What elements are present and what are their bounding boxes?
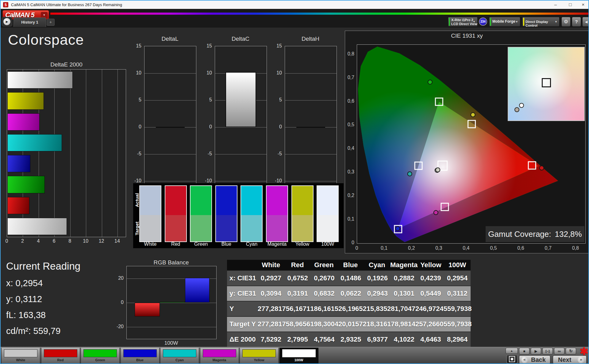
pattern-window-button[interactable] [506,355,518,364]
minimize-button[interactable]: – [549,1,563,9]
table-row: Target Y277,281758,9656198,300420,015721… [227,317,471,332]
table-cell: 56,1671 [286,305,310,313]
table-cell: 2,9325 [337,336,364,343]
header-bar: CalMAN 5 ▼ ▶ History 1 + X-Rite i1Pro 2 … [1,9,588,28]
table-cell: 4,6463 [418,336,444,343]
axis-tick-label: -5 [208,151,212,157]
axis-tick-label: 0,4 [463,245,469,251]
add-tab-button[interactable]: + [47,19,55,26]
maximize-button[interactable]: □ [563,1,577,9]
gridline [285,181,337,181]
gridline [144,181,196,181]
swatch-target [267,215,287,241]
cie-measured-yellow [471,112,475,117]
patch-label: Green [81,358,119,362]
swatch-target [165,215,186,241]
axis-tick-label: 15 [206,43,212,49]
patch-button-cyan[interactable]: Cyan [160,348,199,364]
patch-color [83,349,117,357]
tab-history-1[interactable]: History 1 [13,17,46,27]
gear-icon: ⚙ [564,19,568,24]
table-cell: 277,2817 [258,320,286,328]
run-workflow-button[interactable]: ▶ [2,17,12,26]
cie-measured-green [428,80,432,84]
axis-tick-label: 20 [118,275,124,281]
axis-tick-label: 10 [206,70,212,76]
row-label: Y [227,305,258,313]
swatch-label: Green [189,241,213,247]
table-cell: 8,2964 [444,336,471,343]
x-axis-label: 100W [126,340,216,346]
gridline [285,73,337,74]
deltae2000-x-axis: 02468101214 [7,238,125,245]
patch-color [123,349,157,357]
patch-button-green[interactable]: Green [81,348,120,364]
patch-label: 100W [280,358,318,362]
cie-measured-blue [395,226,400,231]
meter-line1: X-Rite i1Pro 2 [451,18,473,22]
delta-bar [225,72,256,127]
collapse-tray-button[interactable]: ▲ [506,348,518,354]
axis-tick-label: 0,1 [381,245,387,251]
swatch-actual [267,186,287,215]
collapse-panel-button[interactable]: ◀ [582,17,589,27]
table-cell: 0,2670 [311,274,338,282]
loop-button[interactable]: ∞ [554,348,564,355]
settings-button[interactable]: ⚙ [561,17,571,27]
close-button[interactable]: × [577,1,589,9]
status-strip [490,18,491,26]
help-button[interactable]: ? [572,17,581,27]
gridline [285,154,337,154]
patch-color [44,349,77,357]
axis-tick-label: -5 [278,151,282,157]
page-title: Colorspace [8,31,84,48]
deltae-bar-blue [7,155,30,172]
swatch-column-yellow [291,185,314,242]
step-button[interactable]: [–] [542,348,553,355]
table-cell: 0,2882 [391,274,418,282]
axis-tick-label: 10 [83,238,88,244]
patch-button-red[interactable]: Red [41,348,80,364]
axis-tick-label: -10 [275,178,282,184]
table-cell: 215,8352 [363,305,391,313]
axis-tick-label: 4 [37,238,40,244]
stop-button[interactable]: ■ [519,348,529,355]
axis-tick-label: 0 [139,124,141,130]
inset-measured-dot [519,103,524,108]
deltae-bar-magenta [7,113,40,131]
table-cell: 0,1926 [364,274,391,282]
table-cell: 559,7938 [444,320,472,328]
axis-tick-label: 0,2 [348,193,354,198]
cie-1931-panel: CIE 1931 xy [345,31,589,253]
axis-tick-label: 0,7 [545,245,552,251]
chart-title: DeltaE 2000 [7,61,126,68]
play-button[interactable]: ▶ [531,348,541,355]
pattern-source-dropdown[interactable]: Mobile Forge ▼ [489,17,520,27]
swatch-actual [165,186,186,215]
swatch-actual [317,186,338,215]
axis-tick-label: 0,5 [348,122,354,127]
patch-button-white[interactable]: White [1,348,40,364]
patch-button-yellow[interactable]: Yellow [240,348,279,364]
back-button[interactable]: « Back [519,355,550,364]
patch-button-blue[interactable]: Blue [121,348,160,364]
rgb-bar-blue [185,278,210,303]
gridline [117,70,118,237]
deltae-bar-red [7,197,29,214]
window-title: CalMAN 5 CalMAN Ultimate for Business 26… [11,2,122,7]
chevron-down-icon: ▼ [555,20,557,23]
alert-asterisk-icon: ✱ [579,345,589,358]
patch-button-100w[interactable]: 100W [279,348,318,364]
chevron-left-icon: « [521,356,528,363]
axis-tick-label: 0,6 [348,98,354,104]
table-cell: 0,6832 [311,290,338,298]
patch-button-magenta[interactable]: Magenta [200,348,239,364]
repeat-button[interactable]: ↻ [566,348,576,355]
display-control-dropdown[interactable]: Direct Display Control ▼ [522,17,560,27]
rgb-balance-chart: RGB Balance 200-20 100W [115,259,217,349]
patch-color [4,349,37,357]
swatch-actual [292,186,313,215]
meter-dropdown[interactable]: X-Rite i1Pro 2 LCD Direct View ▼ [448,17,478,27]
table-cell: 186,1615 [310,305,338,313]
column-header: Magenta [390,261,418,269]
